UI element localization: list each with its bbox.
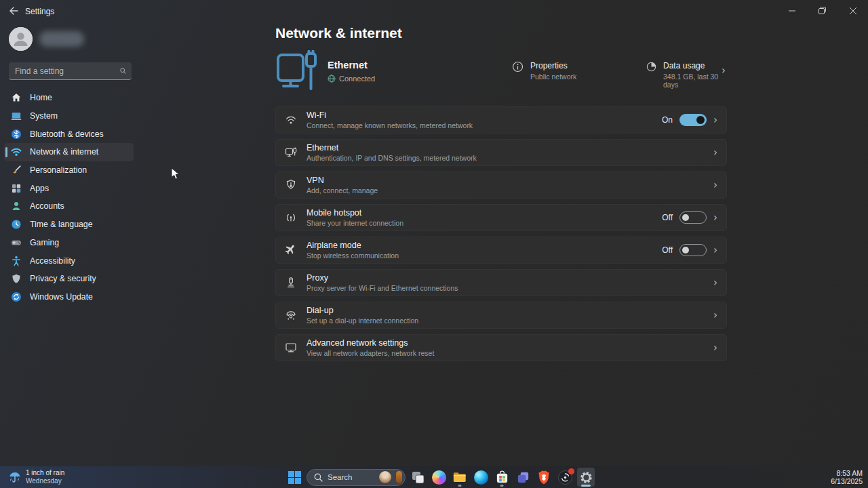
brush-icon [11, 165, 22, 176]
bluetooth-icon [11, 129, 22, 140]
sidebar-item-bluetooth-devices[interactable]: Bluetooth & devices [4, 125, 134, 143]
wifi-state-label: On [662, 115, 673, 125]
chevron-right-icon: › [713, 148, 717, 158]
home-icon [11, 92, 22, 103]
sidebar-item-label: Personalization [30, 165, 87, 175]
sidebar-item-apps[interactable]: Apps [4, 179, 134, 197]
data-usage-subtitle: 348.1 GB, last 30 days [663, 73, 727, 89]
sidebar-item-system[interactable]: System [4, 107, 134, 125]
row-proxy[interactable]: ProxyProxy server for Wi-Fi and Ethernet… [275, 269, 727, 296]
wifi-icon [283, 114, 298, 126]
taskbar-search-label: Search [328, 473, 374, 481]
search-input[interactable] [15, 66, 120, 76]
properties-button[interactable]: Properties Public network [512, 61, 576, 81]
chevron-right-icon: › [713, 245, 717, 256]
sidebar-item-windows-update[interactable]: Windows Update [4, 288, 134, 306]
search-highlight-image [396, 471, 402, 483]
proxy-icon [283, 277, 298, 289]
start-button[interactable] [285, 468, 303, 487]
running-indicator [458, 485, 462, 487]
taskbar-clock[interactable]: 8:53 AM 6/13/2025 [831, 466, 863, 488]
gamepad-icon [11, 237, 22, 248]
teams-icon [516, 470, 530, 485]
airplane-icon [283, 244, 298, 256]
edge-button[interactable] [472, 468, 490, 487]
row-title: Advanced network settings [307, 338, 434, 348]
chevron-right-icon: › [713, 115, 717, 125]
hotspot-toggle[interactable] [679, 211, 707, 224]
shield-icon [11, 273, 22, 284]
taskbar-search[interactable]: Search [307, 469, 406, 486]
sidebar-item-label: Apps [30, 184, 49, 193]
properties-title: Properties [530, 61, 576, 70]
sidebar-item-gaming[interactable]: Gaming [4, 234, 134, 252]
restore-button[interactable] [807, 0, 837, 21]
sidebar-item-label: Windows Update [30, 292, 93, 302]
sidebar-item-network-internet[interactable]: Network & internet [4, 143, 134, 161]
minimize-button[interactable] [776, 0, 807, 21]
row-title: Ethernet [307, 143, 477, 152]
windows-logo-icon [288, 471, 301, 484]
person-icon [9, 27, 33, 51]
row-ethernet[interactable]: EthernetAuthentication, IP and DNS setti… [275, 139, 727, 166]
row-subtitle: Add, connect, manage [307, 186, 378, 195]
microsoft-store-button[interactable] [493, 468, 511, 487]
back-button[interactable] [5, 3, 22, 18]
row-mobile-hotspot[interactable]: Mobile hotspotShare your internet connec… [275, 204, 727, 231]
monitor-icon [283, 342, 298, 354]
wifi-toggle[interactable] [679, 114, 707, 126]
sidebar-item-label: Network & internet [30, 147, 98, 157]
sidebar-item-label: Bluetooth & devices [30, 129, 104, 139]
clock-time: 8:53 AM [831, 469, 863, 477]
data-usage-button[interactable]: Data usage 348.1 GB, last 30 days [646, 61, 727, 89]
file-explorer-button[interactable] [451, 468, 469, 487]
sidebar-item-label: Gaming [30, 238, 59, 247]
row-subtitle: Proxy server for Wi-Fi and Ethernet conn… [307, 284, 458, 292]
sidebar-item-accessibility[interactable]: Accessibility [4, 251, 134, 270]
row-title: Wi-Fi [307, 110, 473, 120]
obs-studio-button[interactable] [556, 468, 574, 487]
user-name-redacted [39, 31, 84, 47]
edge-icon [474, 470, 488, 485]
window-title: Settings [25, 7, 54, 16]
row-title: Airplane mode [307, 241, 399, 250]
window-controls [776, 0, 868, 21]
ethernet-icon [283, 146, 298, 159]
sidebar-item-label: Accounts [30, 201, 64, 211]
close-button[interactable] [837, 0, 868, 21]
settings-app-button[interactable] [577, 468, 595, 487]
sidebar-item-time-language[interactable]: Time & language [4, 216, 134, 234]
row-airplane-mode[interactable]: Airplane modeStop wireless communication… [275, 237, 727, 264]
weather-line2: Wednesday [26, 477, 64, 485]
airplane-toggle[interactable] [679, 244, 707, 256]
sidebar-item-personalization[interactable]: Personalization [4, 161, 134, 180]
row-dial-up[interactable]: Dial-upSet up a dial-up internet connect… [275, 302, 727, 329]
airplane-state-label: Off [662, 245, 673, 255]
row-advanced-network-settings[interactable]: Advanced network settingsView all networ… [275, 334, 727, 361]
search-highlight-avatar [379, 471, 391, 483]
user-avatar[interactable] [9, 27, 33, 51]
hotspot-icon [283, 211, 298, 224]
sidebar-item-privacy-security[interactable]: Privacy & security [4, 270, 134, 288]
row-subtitle: Set up a dial-up internet connection [307, 317, 418, 325]
row-wifi[interactable]: Wi-FiConnect, manage known networks, met… [275, 106, 727, 134]
row-vpn[interactable]: VPNAdd, connect, manage › [275, 171, 727, 199]
connection-status: Connected [339, 75, 375, 83]
sidebar-item-accounts[interactable]: Accounts [4, 197, 134, 216]
properties-subtitle: Public network [530, 73, 576, 81]
row-subtitle: Connect, manage known networks, metered … [307, 121, 473, 129]
sidebar-item-home[interactable]: Home [4, 89, 134, 107]
folder-icon [452, 470, 467, 485]
hotspot-state-label: Off [662, 213, 673, 222]
brave-shield-icon [537, 470, 551, 485]
sidebar-item-label: Privacy & security [30, 274, 96, 283]
teams-button[interactable] [514, 468, 532, 487]
weather-widget[interactable]: 1 inch of rain Wednesday [4, 466, 68, 488]
copilot-button[interactable] [430, 468, 448, 487]
task-view-button[interactable] [409, 468, 427, 487]
brave-button[interactable] [535, 468, 553, 487]
settings-search[interactable] [9, 62, 132, 80]
chevron-right-icon: › [713, 310, 717, 321]
screen: Settings Home [0, 0, 868, 488]
back-arrow-icon [9, 7, 18, 15]
